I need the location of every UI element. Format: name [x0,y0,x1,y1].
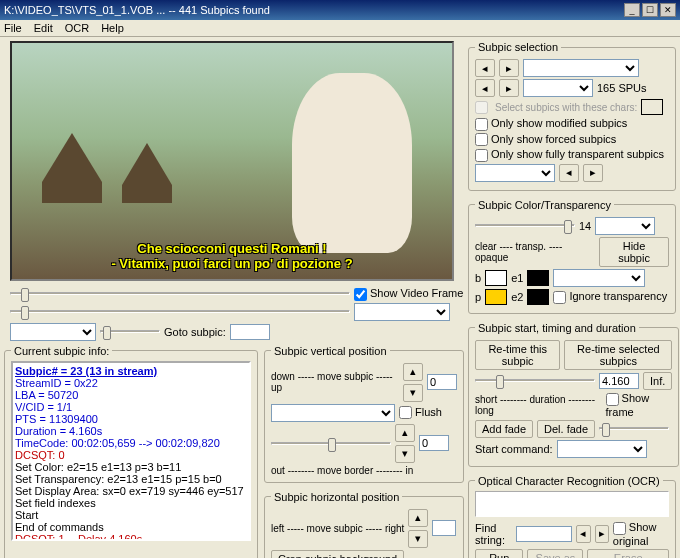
add-fade-button[interactable]: Add fade [475,420,533,438]
b-swatch[interactable] [485,270,507,286]
pixels-select[interactable]: All pixels [595,217,655,235]
find-next[interactable]: ▸ [595,525,609,543]
border-down[interactable]: ▾ [395,445,415,463]
seek-slider[interactable] [10,310,350,313]
chars-label: Select subpics with these chars: [495,102,637,113]
aspect-select[interactable]: 4:3 [10,323,96,341]
char-swatch [641,99,663,115]
transp-value: 14 [579,220,591,232]
b-label: b [475,272,481,284]
menu-help[interactable]: Help [101,22,124,34]
e1-swatch[interactable] [527,270,549,286]
original-check[interactable]: Show original [613,521,669,547]
border-value[interactable] [419,435,449,451]
goto-input[interactable] [230,324,270,340]
stream-next[interactable]: ▸ [499,59,519,77]
goto-label: Goto subpic: [164,326,226,338]
e2-label: e2 [511,291,523,303]
aspect-slider[interactable] [100,330,160,333]
spu-count: 165 SPUs [597,82,647,94]
duration-slider[interactable] [475,379,595,382]
vmove-down[interactable]: ▾ [403,384,423,402]
save-srt-button[interactable]: Save as .srt [527,549,583,559]
startcmd-label: Start command: [475,443,553,455]
p-swatch[interactable] [485,289,507,305]
e2-swatch[interactable] [527,289,549,305]
transparent-check[interactable]: Only show fully transparent subpics [475,148,664,162]
find-input[interactable] [516,526,572,542]
hmove-down[interactable]: ▾ [408,530,428,548]
info-legend: Current subpic info: [11,345,112,357]
vcid-next[interactable]: ▸ [499,79,519,97]
dcsqt-select[interactable]: DCSQT 0 [475,164,555,182]
startcmd-select[interactable]: Normal Start [557,440,647,458]
menu-edit[interactable]: Edit [34,22,53,34]
vmove-label: down ----- move subpic ----- up [271,371,399,393]
inf-button[interactable]: Inf. [643,372,672,390]
showframe-check[interactable]: Show frame [606,392,673,418]
ocr-output [475,491,669,517]
dcsqt-next[interactable]: ▸ [583,164,603,182]
stream-prev[interactable]: ◂ [475,59,495,77]
menu-file[interactable]: File [4,22,22,34]
timing-legend: Subpic start, timing and duration [475,322,639,334]
stream-select[interactable]: 0x22 (it) 4:3 [523,59,639,77]
chars-check [475,101,488,114]
selection-legend: Subpic selection [475,41,561,53]
retime-this-button[interactable]: Re-time this subpic [475,340,560,370]
vmove-up[interactable]: ▴ [403,363,423,381]
show-frame-check[interactable]: Show Video Frame [354,287,463,301]
vertical-legend: Subpic vertical position [271,345,390,357]
hmove-value[interactable] [432,520,456,536]
menu-ocr[interactable]: OCR [65,22,89,34]
dcsqt-prev[interactable]: ◂ [559,164,579,182]
window-title: K:\VIDEO_TS\VTS_01_1.VOB ... -- 441 Subp… [4,4,270,16]
maximize-button[interactable]: ☐ [642,3,658,17]
p-label: p [475,291,481,303]
border-up[interactable]: ▴ [395,424,415,442]
vmove-value[interactable] [427,374,457,390]
duration-input[interactable] [599,373,639,389]
subtitle-line-1: Che sciocconi questi Romani ! [12,241,452,256]
ignore-check[interactable]: Ignore transparency [553,290,667,304]
border-select[interactable]: No Vertical Borders [271,404,395,422]
clut-select[interactable]: Use IFO CLUT [553,269,645,287]
del-fade-button[interactable]: Del. fade [537,420,595,438]
e1-label: e1 [511,272,523,284]
retime-selected-button[interactable]: Re-time selected subpics [564,340,672,370]
hmove-label: left ----- move subpic ----- right [271,523,404,534]
subpic-info-box[interactable]: Subpic# = 23 (13 in stream) StreamID = 0… [11,361,251,541]
modified-check[interactable]: Only show modified subpics [475,117,627,131]
bmove-label: out -------- move border -------- in [271,465,457,476]
hide-subpic-button[interactable]: Hide subpic [599,237,669,267]
duration-scale: short -------- duration -------- long [475,394,602,416]
ocr-legend: Optical Character Recognition (OCR) [475,475,663,487]
vcid-prev[interactable]: ◂ [475,79,495,97]
subtitle-line-2: - Vitamix, puoi farci un po' di pozione … [12,256,452,271]
border-slider[interactable] [271,442,391,445]
forced-check[interactable]: Only show forced subpics [475,133,616,147]
timeline-slider[interactable] [10,292,350,295]
horizontal-legend: Subpic horizontal position [271,491,402,503]
fade-slider[interactable] [599,427,669,430]
flush-check[interactable]: Flush [399,406,442,420]
vcid-select[interactable]: All VCID [523,79,593,97]
transp-slider[interactable] [475,224,575,227]
hmove-up[interactable]: ▴ [408,509,428,527]
video-frame: Che sciocconi questi Romani ! - Vitamix,… [10,41,454,281]
close-button[interactable]: ✕ [660,3,676,17]
color-legend: Subpic Color/Transparency [475,199,614,211]
zoom-select[interactable]: No zoom window [354,303,450,321]
run-ocr-button[interactable]: Run OCR [475,549,523,559]
transp-scale: clear ---- transp. ---- opaque [475,241,595,263]
erase-text-button[interactable]: Erase selected text [587,549,669,559]
minimize-button[interactable]: _ [624,3,640,17]
find-prev[interactable]: ◂ [576,525,590,543]
crop-button[interactable]: Crop subpic background [271,550,404,558]
find-label: Find string: [475,522,512,546]
